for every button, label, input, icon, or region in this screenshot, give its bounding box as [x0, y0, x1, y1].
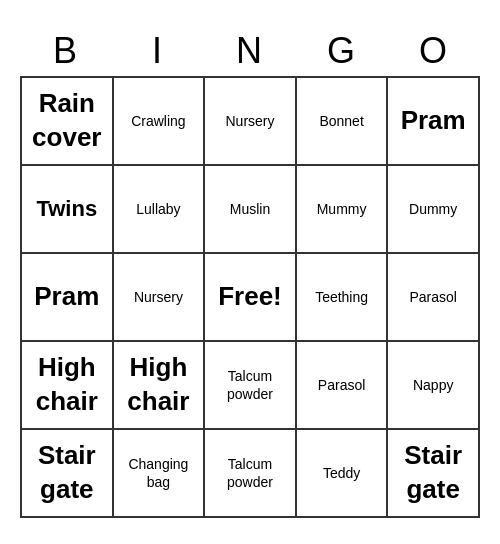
bingo-cell-0-4: Pram: [388, 78, 480, 166]
bingo-cell-0-2: Nursery: [205, 78, 297, 166]
bingo-cell-2-4: Parasol: [388, 254, 480, 342]
bingo-cell-3-3: Parasol: [297, 342, 389, 430]
cell-text: Stair gate: [26, 439, 108, 507]
bingo-cell-4-4: Stair gate: [388, 430, 480, 518]
bingo-cell-4-1: Changing bag: [114, 430, 206, 518]
bingo-cell-1-4: Dummy: [388, 166, 480, 254]
bingo-cell-0-1: Crawling: [114, 78, 206, 166]
cell-text: Nappy: [413, 376, 453, 394]
bingo-cell-0-0: Rain cover: [22, 78, 114, 166]
cell-text: Lullaby: [136, 200, 180, 218]
cell-text: Nursery: [134, 288, 183, 306]
cell-text: Pram: [401, 104, 466, 138]
cell-text: Crawling: [131, 112, 185, 130]
bingo-cell-4-0: Stair gate: [22, 430, 114, 518]
bingo-cell-1-0: Twins: [22, 166, 114, 254]
bingo-cell-3-1: High chair: [114, 342, 206, 430]
bingo-cell-1-3: Mummy: [297, 166, 389, 254]
cell-text: High chair: [118, 351, 200, 419]
cell-text: Parasol: [318, 376, 365, 394]
cell-text: Free!: [218, 280, 282, 314]
cell-text: High chair: [26, 351, 108, 419]
cell-text: Muslin: [230, 200, 270, 218]
cell-text: Stair gate: [392, 439, 474, 507]
cell-text: Twins: [36, 195, 97, 224]
cell-text: Parasol: [409, 288, 456, 306]
header-letter-n: N: [204, 26, 296, 76]
bingo-cell-0-3: Bonnet: [297, 78, 389, 166]
cell-text: Teething: [315, 288, 368, 306]
bingo-card: BINGO Rain coverCrawlingNurseryBonnetPra…: [20, 26, 480, 518]
bingo-cell-2-3: Teething: [297, 254, 389, 342]
header-letter-b: B: [20, 26, 112, 76]
cell-text: Rain cover: [26, 87, 108, 155]
cell-text: Bonnet: [319, 112, 363, 130]
bingo-header: BINGO: [20, 26, 480, 76]
bingo-cell-3-2: Talcum powder: [205, 342, 297, 430]
bingo-cell-3-4: Nappy: [388, 342, 480, 430]
cell-text: Pram: [34, 280, 99, 314]
bingo-cell-1-1: Lullaby: [114, 166, 206, 254]
cell-text: Dummy: [409, 200, 457, 218]
bingo-cell-1-2: Muslin: [205, 166, 297, 254]
header-letter-o: O: [388, 26, 480, 76]
cell-text: Changing bag: [118, 455, 200, 491]
header-letter-i: I: [112, 26, 204, 76]
cell-text: Teddy: [323, 464, 360, 482]
bingo-cell-2-0: Pram: [22, 254, 114, 342]
bingo-cell-4-3: Teddy: [297, 430, 389, 518]
bingo-cell-2-2: Free!: [205, 254, 297, 342]
cell-text: Talcum powder: [209, 455, 291, 491]
bingo-cell-3-0: High chair: [22, 342, 114, 430]
header-letter-g: G: [296, 26, 388, 76]
bingo-cell-2-1: Nursery: [114, 254, 206, 342]
bingo-cell-4-2: Talcum powder: [205, 430, 297, 518]
cell-text: Nursery: [225, 112, 274, 130]
cell-text: Mummy: [317, 200, 367, 218]
bingo-grid: Rain coverCrawlingNurseryBonnetPramTwins…: [20, 76, 480, 518]
cell-text: Talcum powder: [209, 367, 291, 403]
